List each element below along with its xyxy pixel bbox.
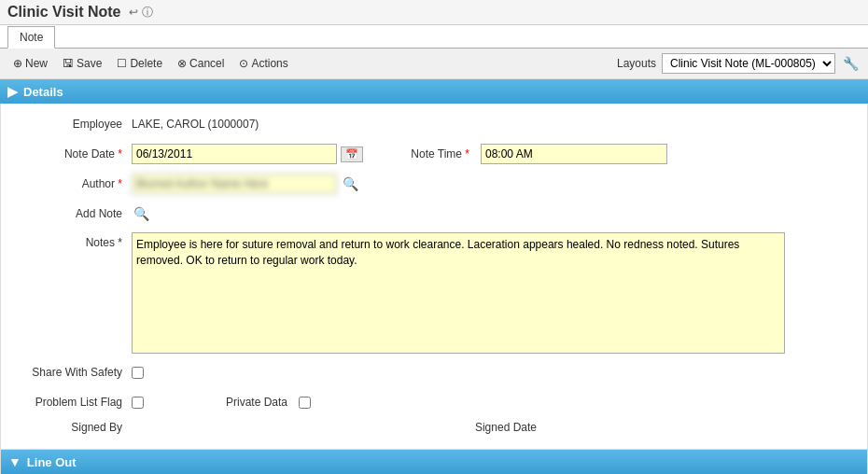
employee-row: Employee LAKE, CAROL (1000007) xyxy=(20,113,848,135)
note-date-field-wrap: 📅 xyxy=(132,144,363,164)
collapse-icon: ▼ xyxy=(8,454,21,469)
private-data-label: Private Data xyxy=(218,396,293,409)
expand-icon: ▶ xyxy=(7,84,18,99)
undo-icon[interactable]: ↩ xyxy=(129,6,138,19)
signed-date-label: Signed Date xyxy=(434,421,546,434)
save-button[interactable]: 🖫 Save xyxy=(57,55,107,72)
delete-button[interactable]: ☐ Delete xyxy=(111,55,168,72)
lineout-section-header[interactable]: ▼ Line Out xyxy=(1,450,867,474)
add-note-search-icon[interactable]: 🔍 xyxy=(132,206,151,221)
private-data-checkbox[interactable] xyxy=(299,397,311,409)
top-toolbar: ⊕ New 🖫 Save ☐ Delete ⊗ Cancel ⊙ Actions… xyxy=(0,49,868,79)
save-icon: 🖫 xyxy=(63,57,74,70)
info-icon[interactable]: ⓘ xyxy=(142,5,153,21)
note-date-label: Note Date * xyxy=(20,147,132,160)
cancel-icon: ⊗ xyxy=(177,57,187,70)
page-title: Clinic Visit Note xyxy=(7,4,121,21)
problem-flag-checkbox[interactable] xyxy=(132,397,144,409)
problem-flag-row: Problem List Flag Private Data xyxy=(20,391,848,413)
layouts-select[interactable]: Clinic Visit Note (ML-000805) xyxy=(662,53,835,74)
toolbar-right: Layouts Clinic Visit Note (ML-000805) 🔧 xyxy=(617,53,861,74)
employee-label: Employee xyxy=(20,118,132,131)
lineout-title: Line Out xyxy=(27,455,77,469)
signed-row: Signed By Signed Date xyxy=(20,421,848,434)
tabs-bar: Note xyxy=(0,25,868,49)
add-note-label: Add Note xyxy=(20,207,132,220)
new-button[interactable]: ⊕ New xyxy=(7,55,53,72)
lineout-section: ▼ Line Out xyxy=(0,450,868,474)
employee-value: LAKE, CAROL (1000007) xyxy=(132,118,259,131)
note-time-input[interactable] xyxy=(481,144,667,164)
author-label: Author * xyxy=(20,177,132,190)
actions-button[interactable]: ⊙ Actions xyxy=(233,55,293,72)
problem-flag-label: Problem List Flag xyxy=(20,396,132,409)
author-input[interactable] xyxy=(132,174,337,194)
signed-by-label: Signed By xyxy=(20,421,132,434)
note-date-input[interactable] xyxy=(132,144,337,164)
details-form: Employee LAKE, CAROL (1000007) Note Date… xyxy=(0,104,868,450)
details-title: Details xyxy=(23,85,63,99)
notes-label: Notes * xyxy=(20,232,132,249)
actions-icon: ⊙ xyxy=(239,57,248,70)
share-safety-checkbox[interactable] xyxy=(132,367,144,379)
layouts-label: Layouts xyxy=(617,57,656,70)
share-safety-label: Share With Safety xyxy=(20,366,132,379)
author-search-icon[interactable]: 🔍 xyxy=(341,176,360,191)
author-field-wrap: 🔍 xyxy=(132,174,360,194)
calendar-button[interactable]: 📅 xyxy=(341,146,363,162)
details-section-header[interactable]: ▶ Details xyxy=(0,79,868,104)
delete-icon: ☐ xyxy=(117,57,127,70)
note-time-label: Note Time * xyxy=(400,147,475,160)
date-time-row: Note Date * 📅 Note Time * xyxy=(20,143,848,165)
notes-area-wrap: Notes * Employee is here for suture remo… xyxy=(20,232,848,354)
safety-row: Share With Safety xyxy=(20,361,848,383)
page-header: Clinic Visit Note ↩ ⓘ xyxy=(0,0,868,25)
author-row: Author * 🔍 xyxy=(20,173,848,195)
notes-textarea[interactable]: Employee is here for suture removal and … xyxy=(132,232,785,354)
wrench-button[interactable]: 🔧 xyxy=(841,56,861,71)
tab-note[interactable]: Note xyxy=(7,26,55,49)
add-note-row: Add Note 🔍 xyxy=(20,202,848,225)
cancel-button[interactable]: ⊗ Cancel xyxy=(172,55,230,72)
new-icon: ⊕ xyxy=(13,57,22,70)
